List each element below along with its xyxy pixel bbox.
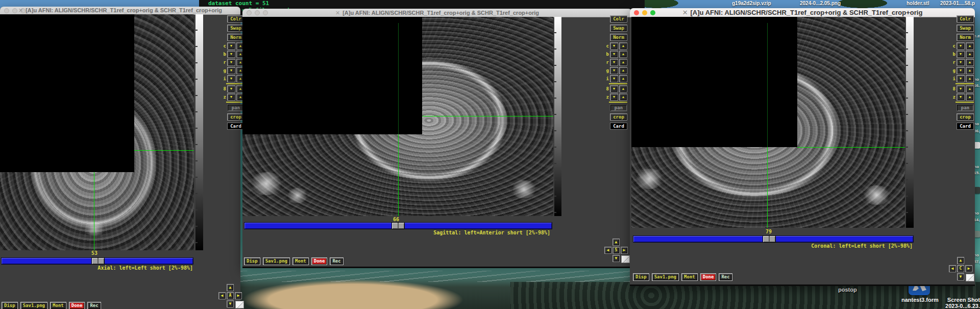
minimize-button[interactable]	[642, 10, 647, 15]
eightbit-up-button[interactable]: ▲	[619, 85, 627, 92]
close-button[interactable]	[4, 8, 9, 13]
swap-button[interactable]: Swap	[610, 25, 627, 32]
colr-button[interactable]: Colr	[610, 15, 627, 22]
mri-image-coronal[interactable]	[631, 17, 905, 228]
zoom-down-button[interactable]: ▼	[610, 93, 618, 101]
rotate-down-button[interactable]: ▼	[957, 59, 965, 66]
titlebar[interactable]: ✕[A]u AFNI: ALIGN/SCHR/SCHR_T1ref_crop+o…	[242, 9, 632, 17]
slider-thumb[interactable]	[91, 257, 105, 265]
imagesize-down-button[interactable]: ▼	[610, 75, 618, 82]
contrast-down-button[interactable]: ▼	[957, 42, 965, 50]
desktop-file-label-postop[interactable]: postop	[838, 287, 857, 293]
arrow-left-button[interactable]: ◀	[949, 265, 956, 272]
orientation-center-button[interactable]: S	[612, 247, 620, 254]
brightness-down-button[interactable]: ▼	[610, 51, 618, 58]
rotate-down-button[interactable]: ▼	[610, 59, 618, 66]
rec-button[interactable]: Rec	[330, 257, 343, 265]
arrow-right-button[interactable]: ▶	[621, 247, 628, 254]
save-png-button[interactable]: Sav1.png	[263, 257, 290, 265]
minimize-button[interactable]	[12, 8, 17, 13]
arrow-up-button[interactable]: ▲	[957, 257, 964, 264]
colr-button[interactable]: Colr	[227, 15, 244, 22]
contrast-up-button[interactable]: ▲	[619, 42, 627, 50]
mont-button[interactable]: Mont	[50, 302, 66, 309]
mont-button[interactable]: Mont	[292, 257, 309, 265]
resize-corner-button[interactable]	[235, 301, 244, 308]
mri-image-axial[interactable]	[0, 14, 194, 250]
intensity-colorbar[interactable]	[195, 14, 203, 250]
slice-slider[interactable]	[244, 222, 552, 229]
imagesize-down-button[interactable]: ▼	[227, 75, 235, 82]
slice-slider[interactable]	[633, 235, 914, 243]
desktop-file-label-screenshot[interactable]: Screen Shot	[942, 297, 980, 303]
pan-button[interactable]: pan	[957, 104, 974, 111]
titlebar[interactable]: ✕[A]u AFNI: ALIGN/SCHR/SCHR_T1ref_crop+o…	[0, 7, 240, 15]
desktop-file-label[interactable]: holder.stl	[906, 1, 929, 6]
brightness-up-button[interactable]: ▲	[619, 51, 627, 58]
mri-image-sagittal[interactable]	[242, 17, 553, 216]
rec-button[interactable]: Rec	[87, 302, 101, 309]
close-button[interactable]	[634, 10, 639, 15]
slice-slider[interactable]	[1, 257, 193, 265]
colr-button[interactable]: Colr	[957, 15, 974, 22]
intensity-colorbar[interactable]	[906, 17, 914, 228]
eightbit-down-button[interactable]: ▼	[227, 85, 235, 92]
crop-button[interactable]: crop	[610, 113, 627, 121]
brightness-down-button[interactable]: ▼	[227, 51, 235, 58]
imagesize-up-button[interactable]: ▲	[966, 75, 974, 82]
eightbit-down-button[interactable]: ▼	[957, 85, 965, 92]
zoom-button[interactable]	[650, 10, 655, 15]
eightbit-up-button[interactable]: ▲	[966, 85, 974, 92]
brightness-down-button[interactable]: ▼	[957, 51, 965, 58]
arrow-left-button[interactable]: ◀	[604, 247, 611, 254]
disp-button[interactable]: Disp	[244, 257, 260, 265]
arrow-up-button[interactable]: ▲	[612, 239, 620, 246]
orientation-center-button[interactable]: C	[957, 265, 964, 272]
swap-button[interactable]: Swap	[227, 25, 244, 32]
zoom-down-button[interactable]: ▼	[227, 93, 235, 101]
close-button[interactable]	[247, 10, 252, 15]
done-button[interactable]: Done	[69, 302, 85, 309]
arrow-left-button[interactable]: ◀	[218, 292, 226, 299]
eightbit-down-button[interactable]: ▼	[610, 85, 618, 92]
desktop-file-label-nantest[interactable]: nantest3.form	[901, 297, 938, 303]
save-png-button[interactable]: Sav1.png	[652, 273, 679, 281]
imagesize-down-button[interactable]: ▼	[957, 75, 965, 82]
desktop-file-label[interactable]: g19a2d2sip.vzip	[732, 1, 771, 6]
file-icon[interactable]	[974, 142, 980, 149]
minimize-button[interactable]	[255, 10, 260, 15]
zoom-up-button[interactable]: ▲	[619, 93, 627, 101]
file-icon[interactable]	[974, 231, 980, 237]
desktop-file-label[interactable]: 2023-01....58.p	[940, 1, 975, 6]
slider-thumb[interactable]	[763, 235, 776, 243]
gamma-down-button[interactable]: ▼	[227, 67, 235, 74]
crop-button[interactable]: crop	[227, 113, 244, 121]
gamma-up-button[interactable]: ▲	[966, 67, 974, 74]
rotate-up-button[interactable]: ▲	[966, 59, 974, 66]
imagesize-up-button[interactable]: ▲	[619, 75, 627, 82]
arrow-down-button[interactable]: ▼	[612, 255, 620, 262]
titlebar[interactable]: ✕[A]u AFNI: ALIGN/SCHR/SCHR_T1ref_crop+o…	[630, 8, 975, 17]
orientation-center-button[interactable]: A	[227, 292, 234, 299]
swap-button[interactable]: Swap	[957, 25, 974, 32]
resize-corner-button[interactable]	[621, 255, 630, 263]
slider-thumb[interactable]	[391, 222, 405, 229]
rotate-down-button[interactable]: ▼	[227, 59, 235, 66]
done-button[interactable]: Done	[311, 257, 328, 265]
pan-button[interactable]: pan	[227, 104, 244, 111]
contrast-up-button[interactable]: ▲	[966, 42, 974, 50]
arrow-down-button[interactable]: ▼	[227, 300, 234, 307]
norm-button[interactable]: Norm	[227, 34, 244, 41]
intensity-colorbar[interactable]	[554, 17, 561, 216]
arrow-up-button[interactable]: ▲	[227, 284, 234, 291]
zoom-up-button[interactable]: ▲	[966, 93, 974, 101]
done-button[interactable]: Done	[700, 273, 717, 281]
norm-button[interactable]: Norm	[957, 34, 974, 41]
gamma-down-button[interactable]: ▼	[610, 67, 618, 74]
zoom-button[interactable]	[263, 10, 268, 15]
arrow-right-button[interactable]: ▶	[965, 265, 972, 272]
arrow-right-button[interactable]: ▶	[235, 292, 242, 299]
gamma-down-button[interactable]: ▼	[957, 67, 965, 74]
disp-button[interactable]: Disp	[633, 273, 649, 281]
brightness-up-button[interactable]: ▲	[966, 51, 974, 58]
